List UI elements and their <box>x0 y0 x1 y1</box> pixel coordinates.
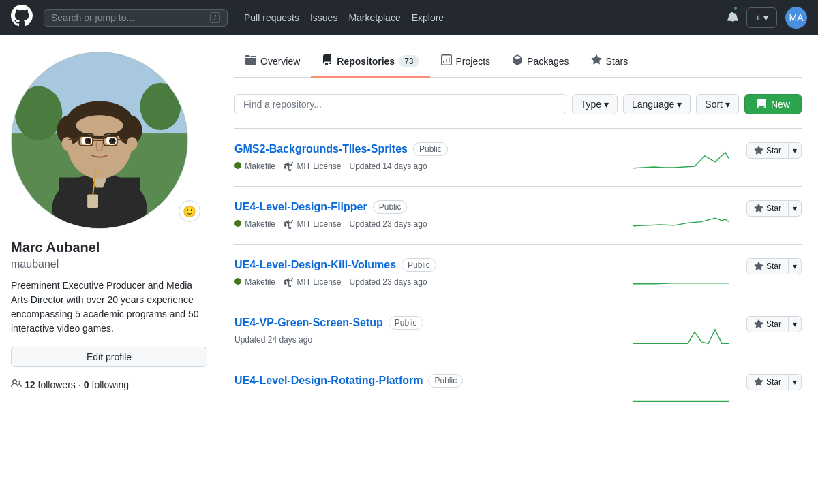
tab-projects-label: Projects <box>456 56 491 67</box>
following-label: following <box>92 379 129 390</box>
sort-label: Sort <box>705 99 723 110</box>
repo-updated: Updated 14 days ago <box>350 161 427 171</box>
nav-marketplace[interactable]: Marketplace <box>348 12 400 23</box>
repo-activity-graph <box>626 316 736 346</box>
star-button[interactable]: Star <box>746 200 789 217</box>
repo-header: GMS2-Backgrounds-Tiles-Sprites Public <box>234 142 616 156</box>
profile-username: maubanel <box>11 258 207 270</box>
github-logo-icon[interactable] <box>11 5 33 31</box>
repo-name-link[interactable]: UE4-VP-Green-Screen-Setup <box>234 317 383 329</box>
star-dropdown-button[interactable]: ▾ <box>789 258 802 274</box>
repo-name-link[interactable]: GMS2-Backgrounds-Tiles-Sprites <box>234 143 408 155</box>
star-button[interactable]: Star <box>746 258 789 274</box>
repo-info: UE4-VP-Green-Screen-Setup Public Updated… <box>234 316 616 346</box>
sort-chevron-icon: ▾ <box>725 99 730 110</box>
svg-rect-30 <box>87 194 98 208</box>
repository-list: GMS2-Backgrounds-Tiles-Sprites Public Ma… <box>234 128 802 418</box>
following-count[interactable]: 0 <box>84 379 89 390</box>
navbar: / Pull requests Issues Marketplace Explo… <box>0 0 818 35</box>
navbar-right: + ▾ MA <box>727 7 807 29</box>
repositories-count-badge: 73 <box>399 55 419 67</box>
edit-profile-button[interactable]: Edit profile <box>11 347 207 367</box>
language-indicator: Makefile <box>234 161 275 171</box>
new-repo-button[interactable]: New <box>744 94 802 114</box>
repo-visibility-badge: Public <box>428 374 463 388</box>
repo-meta: Makefile MIT License Updated 14 days ago <box>234 161 616 172</box>
search-bar[interactable]: / <box>44 9 228 27</box>
followers-row: 12 followers · 0 following <box>11 378 207 391</box>
star-dropdown-button[interactable]: ▾ <box>789 374 802 390</box>
tab-overview[interactable]: Overview <box>234 46 311 78</box>
type-filter-button[interactable]: Type ▾ <box>572 94 618 114</box>
star-icon <box>754 377 763 387</box>
star-dropdown-button[interactable]: ▾ <box>789 142 802 159</box>
list-item: UE4-VP-Green-Screen-Setup Public Updated… <box>234 302 802 360</box>
repo-info: UE4-Level-Design-Flipper Public Makefile… <box>234 200 616 230</box>
repo-info: UE4-Level-Design-Kill-Volumes Public Mak… <box>234 258 616 288</box>
star-icon <box>754 319 763 329</box>
search-input[interactable] <box>51 12 204 23</box>
language-name: Makefile <box>245 277 275 287</box>
repo-visibility-badge: Public <box>389 316 423 330</box>
repo-name-link[interactable]: UE4-Level-Design-Kill-Volumes <box>234 259 396 271</box>
language-indicator: Makefile <box>234 277 275 287</box>
followers-label: followers <box>38 379 76 390</box>
stars-icon <box>591 54 602 68</box>
separator: · <box>78 379 81 390</box>
language-name: Makefile <box>245 161 275 171</box>
svg-point-22 <box>87 139 90 142</box>
nav-pull-requests[interactable]: Pull requests <box>244 12 299 23</box>
page-layout: 🙂 Marc Aubanel maubanel Preeminent Execu… <box>0 35 818 504</box>
avatar-container: 🙂 <box>11 52 207 229</box>
repo-updated: Updated 24 days ago <box>234 335 312 345</box>
user-avatar[interactable]: MA <box>785 7 807 29</box>
list-item: UE4-Level-Design-Kill-Volumes Public Mak… <box>234 244 802 302</box>
profile-bio: Preeminent Executive Producer and Media … <box>11 279 207 336</box>
star-button[interactable]: Star <box>746 142 789 159</box>
repo-info: UE4-Level-Design-Rotating-Platform Publi… <box>234 374 616 404</box>
sort-filter-button[interactable]: Sort ▾ <box>696 94 739 114</box>
followers-count[interactable]: 12 <box>25 379 35 390</box>
repo-activity-graph <box>626 200 736 230</box>
svg-point-4 <box>140 83 181 130</box>
repo-header: UE4-Level-Design-Rotating-Platform Publi… <box>234 374 616 388</box>
profile-avatar <box>11 52 188 229</box>
repo-visibility-badge: Public <box>413 142 448 156</box>
type-chevron-icon: ▾ <box>604 99 609 110</box>
repo-name-link[interactable]: UE4-Level-Design-Flipper <box>234 201 367 213</box>
repo-visibility-badge: Public <box>402 258 436 272</box>
nav-issues[interactable]: Issues <box>310 12 337 23</box>
tab-repositories[interactable]: Repositories 73 <box>311 46 429 78</box>
svg-point-3 <box>15 86 62 140</box>
star-button[interactable]: Star <box>746 374 789 390</box>
tab-packages[interactable]: Packages <box>501 46 579 78</box>
star-button[interactable]: Star <box>746 316 789 332</box>
repo-activity-graph <box>626 374 736 404</box>
repo-search-input[interactable] <box>234 94 566 114</box>
repo-license: MIT License <box>284 277 341 287</box>
language-dot <box>234 220 241 227</box>
language-filter-button[interactable]: Language ▾ <box>623 94 691 114</box>
emoji-status-button[interactable]: 🙂 <box>179 200 200 222</box>
language-name: Makefile <box>245 219 275 229</box>
repo-actions: Star ▾ <box>746 200 802 230</box>
navbar-links: Pull requests Issues Marketplace Explore <box>244 12 444 23</box>
repo-icon <box>756 99 767 110</box>
tab-projects[interactable]: Projects <box>430 46 502 78</box>
repo-info: GMS2-Backgrounds-Tiles-Sprites Public Ma… <box>234 142 616 172</box>
star-icon <box>754 204 763 213</box>
repo-license: MIT License <box>284 219 341 230</box>
svg-point-23 <box>112 139 115 142</box>
main-content: Overview Repositories 73 Projects Packa <box>218 35 818 504</box>
repo-meta: Makefile MIT License Updated 23 days ago <box>234 277 616 287</box>
new-dropdown-button[interactable]: + ▾ <box>746 7 777 28</box>
tab-stars[interactable]: Stars <box>580 46 639 78</box>
repo-actions: Star ▾ <box>746 374 802 404</box>
list-item: GMS2-Backgrounds-Tiles-Sprites Public Ma… <box>234 128 802 186</box>
avatar-image <box>12 52 187 229</box>
star-dropdown-button[interactable]: ▾ <box>789 200 802 217</box>
repo-name-link[interactable]: UE4-Level-Design-Rotating-Platform <box>234 375 423 387</box>
notification-icon[interactable] <box>727 11 738 25</box>
star-dropdown-button[interactable]: ▾ <box>789 316 802 332</box>
nav-explore[interactable]: Explore <box>412 12 444 23</box>
